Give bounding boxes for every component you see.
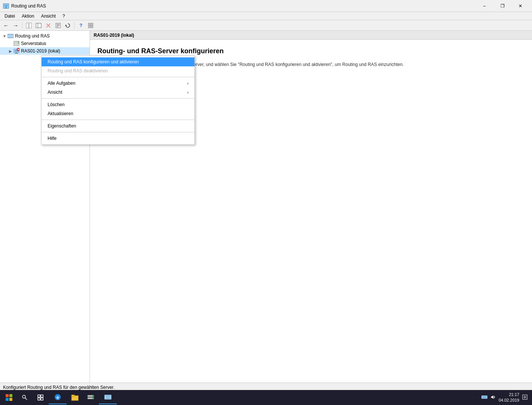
export-button[interactable] (86, 21, 95, 30)
ctx-configure-label: Routing und RAS konfigurieren und aktivi… (48, 59, 139, 64)
status-text: Konfiguriert Routing und RAS für den gew… (3, 385, 115, 390)
svg-point-54 (93, 396, 94, 397)
ctx-all-tasks-arrow: › (187, 81, 188, 86)
svg-point-59 (108, 397, 109, 398)
ctx-help-label: Hilfe (48, 136, 57, 141)
ctx-delete[interactable]: Löschen (42, 100, 194, 109)
menu-aktion[interactable]: Aktion (19, 13, 37, 20)
svg-rect-38 (6, 394, 9, 397)
serverstatus-label: Serverstatus (21, 41, 46, 46)
svg-rect-28 (14, 44, 19, 45)
taskbar-search[interactable] (17, 391, 32, 404)
sidebar-item-serverstatus[interactable]: Serverstatus (0, 40, 90, 47)
ctx-sep-1 (42, 77, 194, 77)
svg-rect-34 (15, 53, 18, 54)
clock-time: 21:17 (499, 392, 519, 398)
svg-rect-51 (72, 395, 75, 396)
svg-marker-63 (491, 395, 493, 399)
taskbar-routing-ras[interactable] (99, 391, 117, 404)
app-icon (3, 3, 9, 9)
svg-point-30 (18, 43, 19, 44)
svg-point-22 (9, 36, 10, 37)
menu-help[interactable]: ? (60, 13, 68, 20)
sidebar-item-ras01[interactable]: ▶ RAS01-2019 (lokal) (0, 47, 90, 55)
ctx-help[interactable]: Hilfe (42, 134, 194, 143)
help-toolbar-button[interactable]: ? (76, 21, 85, 30)
title-bar: Routing und RAS – ❐ ✕ (0, 0, 532, 12)
properties-button[interactable] (54, 21, 63, 30)
routing-ras-icon (7, 33, 13, 39)
ras01-expand: ▶ (7, 48, 13, 54)
start-button[interactable] (1, 391, 16, 404)
clock-date: 04.02.2019 (499, 398, 519, 403)
ctx-sep-2 (42, 98, 194, 99)
expand-icon: ▼ (1, 33, 7, 39)
ras01-label: RAS01-2019 (lokal) (21, 48, 60, 54)
ctx-configure[interactable]: Routing und RAS konfigurieren und aktivi… (42, 57, 194, 66)
minimize-button[interactable]: – (476, 0, 493, 12)
ctx-view[interactable]: Ansicht › (42, 88, 194, 97)
svg-point-58 (106, 397, 107, 398)
svg-rect-33 (15, 52, 18, 53)
svg-rect-44 (38, 395, 40, 397)
close-button[interactable]: ✕ (512, 0, 529, 12)
restore-button[interactable]: ❐ (494, 0, 511, 12)
svg-point-23 (10, 36, 11, 37)
back-button[interactable]: ← (1, 21, 10, 30)
svg-rect-17 (91, 24, 92, 26)
ctx-deactivate: Routing und RAS deaktivieren (42, 66, 194, 75)
ctx-sep-4 (42, 132, 194, 132)
taskbar-taskview[interactable] (33, 391, 48, 404)
svg-rect-39 (9, 394, 12, 397)
ctx-deactivate-label: Routing und RAS deaktivieren (48, 68, 108, 74)
svg-rect-62 (482, 396, 487, 398)
svg-point-42 (22, 395, 25, 398)
ctx-sep-3 (42, 120, 194, 120)
ctx-properties-label: Eigenschaften (48, 123, 76, 129)
taskbar-server[interactable] (83, 391, 98, 404)
toolbar: ← → ? (0, 20, 532, 31)
ctx-all-tasks-label: Alle Aufgaben (48, 81, 75, 86)
menu-bar: Datei Aktion Ansicht ? (0, 12, 532, 20)
taskbar: e (0, 390, 532, 405)
ctx-view-label: Ansicht (48, 90, 62, 95)
context-menu: Routing und RAS konfigurieren und aktivi… (41, 56, 195, 145)
refresh-button[interactable] (63, 21, 72, 30)
ctx-all-tasks[interactable]: Alle Aufgaben › (42, 79, 194, 88)
window-controls: – ❐ ✕ (476, 0, 529, 12)
svg-rect-18 (89, 26, 91, 27)
svg-rect-46 (38, 398, 40, 400)
taskbar-volume-icon (490, 394, 496, 400)
ctx-properties[interactable]: Eigenschaften (42, 122, 194, 130)
svg-point-55 (93, 398, 94, 399)
taskbar-clock[interactable]: 21:17 04.02.2019 (499, 392, 519, 404)
taskbar-ie[interactable]: e (49, 391, 67, 404)
svg-rect-47 (41, 398, 43, 400)
show-scope-button[interactable] (24, 21, 33, 30)
ctx-refresh-label: Aktualisieren (48, 111, 73, 116)
delete-button[interactable] (44, 21, 53, 30)
taskbar-network-icon (481, 395, 487, 400)
routing-ras-label: Routing und RAS (15, 33, 50, 39)
show-hide-button[interactable] (34, 21, 43, 30)
svg-rect-45 (41, 395, 43, 397)
ctx-view-arrow: › (187, 90, 188, 94)
svg-rect-41 (9, 398, 12, 401)
ctx-refresh[interactable]: Aktualisieren (42, 109, 194, 118)
expand-placeholder (7, 40, 13, 46)
svg-point-60 (109, 397, 111, 398)
taskbar-notification[interactable] (522, 394, 528, 400)
svg-rect-16 (89, 24, 91, 26)
svg-point-29 (18, 42, 19, 42)
serverstatus-icon (13, 40, 19, 46)
menu-datei[interactable]: Datei (1, 13, 18, 20)
svg-rect-6 (36, 23, 41, 28)
content-title: Routing- und RAS-Server konfigurieren (97, 47, 525, 55)
sidebar-item-routing-ras[interactable]: ▼ Routing und RAS (0, 32, 90, 40)
forward-button[interactable]: → (11, 21, 20, 30)
svg-rect-4 (26, 23, 28, 28)
ras01-icon (13, 48, 19, 54)
menu-ansicht[interactable]: Ansicht (38, 13, 58, 20)
taskbar-explorer[interactable] (67, 391, 82, 404)
svg-rect-5 (29, 23, 31, 28)
